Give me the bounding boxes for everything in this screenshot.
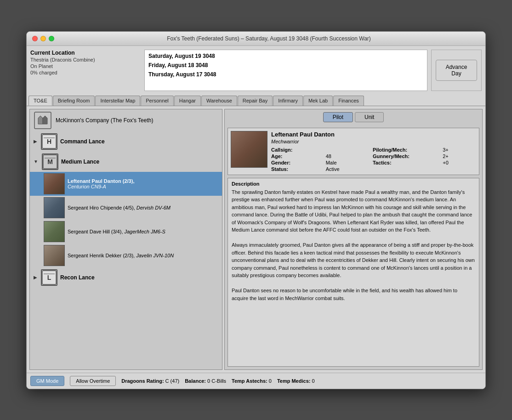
pilot-stats-title: Mechwarrior	[271, 139, 476, 144]
location-box: Current Location Thestria (Draconis Comb…	[30, 50, 141, 91]
maximize-button[interactable]	[49, 36, 54, 41]
svg-text:L: L	[47, 274, 51, 281]
recon-lance-name: Recon Lance	[60, 274, 95, 281]
medium-lance-icon: M	[42, 153, 58, 170]
company-icon	[34, 111, 52, 130]
main-window: Fox's Teeth (Federated Suns) – Saturday,…	[26, 31, 486, 389]
description-title: Description	[232, 181, 475, 187]
location-title: Current Location	[30, 50, 141, 56]
tab-hangar[interactable]: Hangar	[174, 96, 201, 106]
pilot-stats-name: Leftenant Paul Danton	[271, 131, 476, 138]
window-title: Fox's Teeth (Federated Suns) – Saturday,…	[58, 35, 480, 42]
dragoons-rating: Dragoons Rating: C (47)	[121, 378, 179, 384]
pilot-info-henrik: Sergeant Henrik Dekker (2/3), Javelin JV…	[68, 253, 174, 258]
location-status: On Planet	[30, 63, 141, 69]
pilot-tab-pilot[interactable]: Pilot	[323, 112, 353, 122]
tab-personnel[interactable]: Personnel	[141, 96, 174, 106]
balance: Balance: 0 C-Bills	[185, 378, 226, 384]
tactics-label: Tactics:	[373, 160, 437, 165]
main-area: McKinnon's Company (The Fox's Teeth) ▶ H…	[27, 106, 485, 373]
bottom-bar: GM Mode Allow Overtime Dragoons Rating: …	[27, 373, 485, 389]
gender-label: Gender:	[271, 160, 320, 165]
description-box: Description The sprawling Danton family …	[228, 178, 479, 367]
pilot-avatar-dave	[44, 221, 65, 242]
piloting-label: Piloting/Mech:	[373, 147, 437, 153]
pilot-photo	[231, 131, 267, 168]
description-text: The sprawling Danton family estates on K…	[232, 188, 475, 302]
advance-day-box[interactable]: Advance Day	[431, 50, 482, 91]
pilot-info-paul: Leftenant Paul Danton (2/3), Centurion C…	[68, 178, 134, 189]
pilot-stats: Leftenant Paul Danton Mechwarrior Callsi…	[271, 131, 476, 172]
gunnery-label: Gunnery/Mech:	[373, 153, 437, 159]
piloting-value: 3+	[443, 147, 476, 153]
allow-overtime-button[interactable]: Allow Overtime	[70, 376, 116, 386]
pilot-avatar-paul	[44, 173, 65, 194]
tab-infirmary[interactable]: Infirmary	[273, 96, 303, 106]
pilot-row-paul[interactable]: Leftenant Paul Danton (2/3), Centurion C…	[30, 172, 222, 196]
lance-command-header[interactable]: ▶ H Command Lance	[30, 131, 222, 152]
status-value: Active	[326, 166, 367, 172]
titlebar: Fox's Teeth (Federated Suns) – Saturday,…	[27, 32, 485, 46]
pilot-row-hiro[interactable]: Sergeant Hiro Chipende (4/5), Dervish DV…	[30, 196, 222, 220]
callsign-label: Callsign:	[271, 147, 320, 153]
date-3: Thursday, August 17 3048	[148, 71, 423, 78]
pilot-info-hiro: Sergeant Hiro Chipende (4/5), Dervish DV…	[68, 205, 171, 210]
lance-recon-header[interactable]: ▶ L Recon Lance	[30, 267, 222, 288]
tactics-value: +0	[443, 160, 476, 165]
pilot-mech-paul: Centurion CN9-A	[68, 184, 134, 189]
pilot-tabs: Pilot Unit	[225, 109, 482, 125]
pilot-mech-dave: JagerMech JM6-S	[125, 229, 165, 234]
tab-toae[interactable]: TO&E	[28, 96, 52, 106]
pilot-detail-panel: Pilot Unit Leftenant Paul Danton Mechwar…	[224, 109, 483, 370]
medium-lance-name: Medium Lance	[61, 159, 99, 165]
svg-text:H: H	[47, 138, 51, 145]
pilot-name-henrik: Sergeant Henrik Dekker (2/3),	[68, 253, 136, 258]
pilot-avatar-hiro	[44, 197, 65, 218]
pilot-card: Leftenant Paul Danton Mechwarrior Callsi…	[228, 128, 479, 175]
pilot-info-dave: Sergeant Dave Hill (3/4), JagerMech JM6-…	[68, 229, 165, 234]
gunnery-value: 2+	[443, 153, 476, 159]
pilot-mech-hiro: Dervish DV-6M	[137, 205, 171, 210]
date-2: Friday, August 18 3048	[148, 62, 423, 68]
pilot-name-paul: Leftenant Paul Danton (2/3),	[68, 178, 134, 184]
command-lance-toggle-icon[interactable]: ▶	[34, 139, 37, 144]
advance-day-button[interactable]: Advance Day	[436, 60, 477, 81]
command-lance-icon: H	[41, 133, 57, 150]
traffic-lights	[32, 36, 54, 41]
dates-box: Saturday, August 19 3048 Friday, August …	[144, 50, 427, 91]
pilot-row-henrik[interactable]: Sergeant Henrik Dekker (2/3), Javelin JV…	[30, 244, 222, 267]
status-label: Status:	[271, 166, 320, 172]
company-name: McKinnon's Company (The Fox's Teeth)	[56, 117, 153, 124]
pilot-tab-unit[interactable]: Unit	[355, 112, 384, 122]
close-button[interactable]	[32, 36, 38, 41]
tab-meklab[interactable]: Mek Lab	[303, 96, 333, 106]
age-label: Age:	[271, 153, 320, 159]
pilot-avatar-henrik	[44, 245, 65, 266]
callsign-value	[326, 147, 367, 153]
top-section: Current Location Thestria (Draconis Comb…	[27, 46, 485, 95]
age-value: 48	[326, 153, 367, 159]
location-charge: 0% charged	[30, 70, 141, 75]
recon-lance-toggle-icon[interactable]: ▶	[34, 275, 37, 280]
tab-warehouse[interactable]: Warehouse	[201, 96, 237, 106]
svg-text:M: M	[47, 158, 53, 165]
tabs-row: TO&E Briefing Room Interstellar Map Pers…	[27, 95, 485, 106]
temp-medics: Temp Medics: 0	[277, 378, 315, 384]
gender-value: Male	[326, 160, 367, 165]
medium-lance-toggle-icon[interactable]: ▼	[34, 159, 38, 164]
pilot-row-dave[interactable]: Sergeant Dave Hill (3/4), JagerMech JM6-…	[30, 220, 222, 244]
command-lance-name: Command Lance	[60, 138, 105, 145]
tab-repair[interactable]: Repair Bay	[238, 96, 273, 106]
location-planet: Thestria (Draconis Combine)	[30, 57, 141, 62]
temp-astechs: Temp Astechs: 0	[232, 378, 272, 384]
tab-interstellar[interactable]: Interstellar Map	[95, 96, 140, 106]
tab-briefing[interactable]: Briefing Room	[53, 96, 95, 106]
pilot-detail-content: Leftenant Paul Danton Mechwarrior Callsi…	[225, 125, 482, 369]
gm-mode-button[interactable]: GM Mode	[30, 376, 64, 386]
unit-tree-panel: McKinnon's Company (The Fox's Teeth) ▶ H…	[29, 109, 222, 370]
lance-medium-header[interactable]: ▼ M Medium Lance	[30, 152, 222, 172]
stats-grid: Callsign: Piloting/Mech: 3+ Age: 48 Gunn…	[271, 147, 476, 172]
tab-finances[interactable]: Finances	[333, 96, 364, 106]
minimize-button[interactable]	[40, 36, 46, 41]
date-1: Saturday, August 19 3048	[148, 53, 423, 59]
